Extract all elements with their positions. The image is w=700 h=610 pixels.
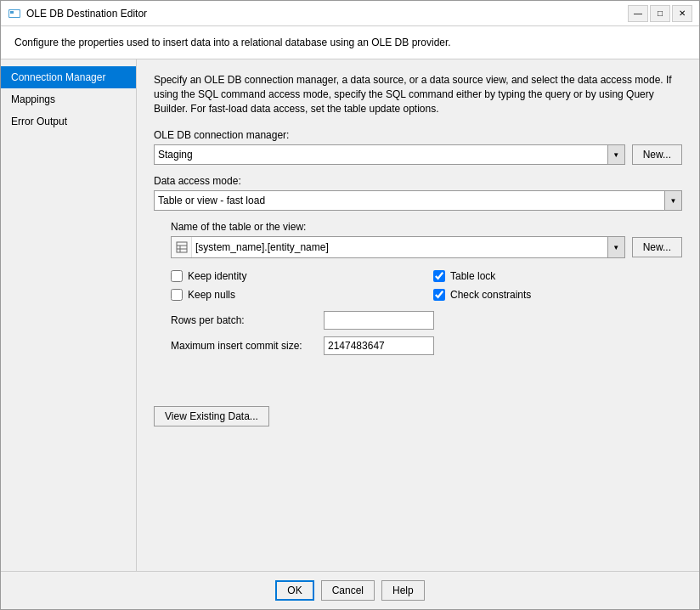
max-insert-input[interactable] [324, 336, 434, 355]
main-window: OLE DB Destination Editor — □ ✕ Configur… [0, 0, 700, 610]
connection-manager-group: OLE DB connection manager: Staging ▼ New… [154, 129, 682, 165]
options-checkboxes: Keep identity Table lock Keep nulls Chec… [154, 270, 682, 301]
check-constraints-checkbox[interactable] [433, 289, 445, 301]
data-access-label: Data access mode: [154, 175, 682, 187]
data-access-combo[interactable]: Table or view - fast load Table or view … [154, 190, 682, 211]
content-area: Specify an OLE DB connection manager, a … [137, 59, 699, 571]
top-description: Configure the properties used to insert … [1, 26, 699, 59]
table-grid-icon [172, 237, 192, 257]
keep-identity-checkbox[interactable] [171, 270, 183, 282]
minimize-button[interactable]: — [628, 5, 648, 22]
view-existing-button[interactable]: View Existing Data... [154, 406, 269, 426]
keep-identity-label: Keep identity [188, 270, 246, 282]
view-existing-row: View Existing Data... [154, 406, 682, 426]
rows-per-batch-input[interactable] [324, 311, 434, 330]
new-connection-button[interactable]: New... [632, 144, 682, 165]
new-table-button[interactable]: New... [632, 237, 682, 257]
window-title: OLE DB Destination Editor [26, 8, 147, 20]
keep-nulls-label: Keep nulls [188, 289, 235, 301]
maximize-button[interactable]: □ [650, 5, 670, 22]
window-icon [8, 7, 21, 20]
content-description: Specify an OLE DB connection manager, a … [154, 73, 682, 116]
close-button[interactable]: ✕ [672, 5, 692, 22]
table-name-select[interactable]: [system_name].[entity_name] [192, 237, 607, 257]
ok-button[interactable]: OK [275, 580, 313, 601]
table-lock-label: Table lock [450, 270, 495, 282]
svg-rect-2 [10, 11, 14, 14]
connection-manager-select[interactable]: Staging [155, 145, 607, 164]
main-content: Connection Manager Mappings Error Output… [1, 59, 699, 571]
max-insert-row: Maximum insert commit size: [154, 336, 682, 355]
max-insert-label: Maximum insert commit size: [171, 340, 324, 352]
data-access-select[interactable]: Table or view - fast load Table or view … [155, 191, 664, 210]
help-button[interactable]: Help [381, 580, 425, 601]
table-name-group: Name of the table or the view: [154, 221, 682, 258]
title-bar: OLE DB Destination Editor — □ ✕ [1, 1, 699, 26]
check-constraints-item: Check constraints [433, 289, 682, 301]
check-constraints-label: Check constraints [450, 289, 531, 301]
table-lock-checkbox[interactable] [433, 270, 445, 282]
rows-per-batch-row: Rows per batch: [154, 311, 682, 330]
table-name-label: Name of the table or the view: [171, 221, 682, 233]
keep-nulls-checkbox[interactable] [171, 289, 183, 301]
sidebar-item-connection-manager[interactable]: Connection Manager [1, 66, 136, 88]
table-lock-item: Table lock [433, 270, 682, 282]
rows-per-batch-label: Rows per batch: [171, 314, 324, 326]
data-access-arrow[interactable]: ▼ [664, 191, 681, 210]
connection-manager-combo[interactable]: Staging ▼ [154, 144, 625, 165]
sidebar-item-error-output[interactable]: Error Output [1, 110, 136, 133]
description-text: Configure the properties used to insert … [14, 37, 451, 48]
table-name-combo[interactable]: [system_name].[entity_name] ▼ [171, 236, 625, 258]
keep-nulls-item: Keep nulls [171, 289, 420, 301]
connection-manager-arrow[interactable]: ▼ [607, 145, 624, 164]
sidebar-item-mappings[interactable]: Mappings [1, 88, 136, 110]
table-name-arrow[interactable]: ▼ [607, 237, 624, 257]
data-access-group: Data access mode: Table or view - fast l… [154, 175, 682, 211]
footer: OK Cancel Help [1, 571, 699, 609]
cancel-button[interactable]: Cancel [321, 580, 375, 601]
svg-rect-3 [177, 242, 187, 252]
sidebar: Connection Manager Mappings Error Output [1, 59, 137, 571]
connection-manager-label: OLE DB connection manager: [154, 129, 682, 141]
keep-identity-item: Keep identity [171, 270, 420, 282]
